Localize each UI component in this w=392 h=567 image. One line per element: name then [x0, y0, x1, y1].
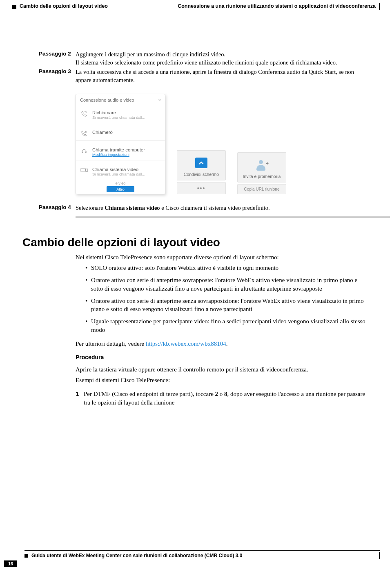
header-marker	[12, 5, 16, 9]
page-footer: Guida utente di WebEx Meeting Center con…	[0, 550, 392, 567]
dialog-figure: Connessione audio e video × Richiamare S…	[76, 94, 370, 194]
section-rule	[76, 216, 390, 218]
step-2-label: Passaggio 2	[39, 51, 76, 67]
phone-out-icon	[80, 130, 88, 137]
step-4-row: Passaggio 4 Selezionare Chiama sistema v…	[39, 204, 370, 212]
section-body: Nei sistemi Cisco TelePresence sono supp…	[76, 253, 370, 407]
footer-rule	[24, 550, 380, 551]
step-2-line1: Aggiungere i dettagli per un massimo di …	[76, 51, 225, 58]
proc-1-b1: 2	[215, 391, 218, 397]
option-call-video-system-title: Chiama sistema video	[92, 167, 145, 172]
footer-title: Guida utente di WebEx Meeting Center con…	[31, 553, 376, 558]
option-call-video-system[interactable]: Chiama sistema video Si riceverà una chi…	[76, 163, 165, 181]
procedure-heading: Procedura	[76, 354, 370, 361]
steps-block-2: Passaggio 4 Selezionare Chiama sistema v…	[39, 204, 370, 212]
copy-url-label: Copia URL riunione	[244, 187, 280, 191]
step-3-row: Passaggio 3 La volta successiva che si a…	[39, 68, 370, 84]
bullet-1-text: SOLO oratore attivo: solo l'oratore WebE…	[91, 264, 278, 272]
more-pre: Per ulteriori dettagli, vedere	[76, 340, 146, 347]
bullet-4: •Uguale rappresentazione per partecipant…	[85, 317, 370, 334]
section-intro: Nei sistemi Cisco TelePresence sono supp…	[76, 253, 370, 261]
section-more: Per ulteriori dettagli, vedere https://k…	[76, 340, 370, 348]
bullet-list: •SOLO oratore attivo: solo l'oratore Web…	[85, 264, 370, 334]
video-system-icon	[80, 167, 88, 174]
procedure-intro1: Aprire la tastiera virtuale oppure otten…	[76, 365, 370, 374]
header-right-text: Connessione a una riunione utilizzando s…	[178, 3, 376, 9]
more-link[interactable]: https://kb.webex.com/wbx88104	[146, 340, 226, 347]
person-plus-icon: +	[256, 159, 268, 171]
bullet-2: •Oratore attivo con serie di anteprime s…	[85, 276, 370, 293]
dialog-title: Connessione audio e video	[80, 98, 134, 102]
proc-1-num: 1	[76, 390, 84, 407]
bullet-1: •SOLO oratore attivo: solo l'oratore Web…	[85, 264, 370, 272]
proc-1-mid: o	[218, 391, 224, 397]
close-icon[interactable]: ×	[158, 98, 161, 102]
proc-1-pre: Per DTMF (Cisco ed endpoint di terze par…	[84, 391, 215, 397]
page-content: Passaggio 2 Aggiungere i dettagli per un…	[0, 10, 392, 407]
invite-tile[interactable]: + Invita e promemoria	[237, 152, 286, 182]
svg-rect-0	[81, 168, 85, 172]
option-callback[interactable]: Richiamare Si riceverà una chiamata dall…	[76, 106, 165, 120]
option-call-video-system-sub: Si riceverà una chiamata dall...	[92, 172, 145, 176]
ellipsis-icon: •••	[197, 185, 206, 191]
footer-marker	[24, 554, 28, 558]
step-2-text: Aggiungere i dettagli per un massimo di …	[76, 51, 370, 67]
dialog-other-button[interactable]: Altro	[107, 186, 134, 192]
phone-in-icon	[80, 110, 88, 118]
step-4-text: Selezionare Chiama sistema video e Cisco…	[76, 204, 370, 212]
header-left-text: Cambio delle opzioni di layout video	[20, 3, 108, 9]
bullet-2-text: Oratore attivo con serie di anteprime so…	[91, 276, 370, 293]
footer-vrule	[379, 552, 380, 559]
steps-block: Passaggio 2 Aggiungere i dettagli per un…	[39, 51, 370, 84]
share-tile-column: Condividi schermo •••	[177, 150, 226, 194]
invite-label: Invita e promemoria	[239, 174, 284, 179]
share-screen-label: Condividi schermo	[179, 172, 224, 177]
dialog-footer: e v eo Altro	[76, 181, 165, 194]
option-i-will-call[interactable]: Chiamerò	[76, 126, 165, 138]
option-callback-title: Richiamare	[92, 110, 145, 115]
option-call-computer[interactable]: Chiama tramite computer Modifica imposta…	[76, 143, 165, 158]
dialog-header: Connessione audio e video ×	[76, 94, 165, 106]
step-4-post: e Cisco chiamerà il sistema video predef…	[160, 205, 270, 211]
share-screen-tile[interactable]: Condividi schermo	[177, 150, 226, 180]
step-4-pre: Selezionare	[76, 205, 105, 211]
copy-url-tile[interactable]: Copia URL riunione	[237, 184, 286, 194]
section-title: Cambio delle opzioni di layout video	[22, 236, 370, 249]
header-right: Connessione a una riunione utilizzando s…	[178, 3, 380, 10]
dialog-foot-tiny: e v eo	[76, 181, 165, 185]
header-rule	[379, 3, 380, 10]
audio-video-dialog: Connessione audio e video × Richiamare S…	[76, 94, 165, 194]
step-4-label: Passaggio 4	[39, 204, 76, 212]
headset-icon	[80, 147, 88, 155]
step-2-row: Passaggio 2 Aggiungere i dettagli per un…	[39, 51, 370, 67]
chevron-up-icon	[195, 158, 207, 168]
procedure-step-1: 1 Per DTMF (Cisco ed endpoint di terze p…	[76, 390, 370, 407]
proc-1-b2: 8	[224, 391, 227, 397]
step-3-text: La volta successiva che si accede a una …	[76, 68, 370, 84]
invite-tile-column: + Invita e promemoria Copia URL riunione	[237, 152, 286, 194]
option-callback-sub: Si riceverà una chiamata dall...	[92, 115, 145, 120]
page-header: Cambio delle opzioni di layout video Con…	[0, 0, 392, 10]
bullet-4-text: Uguale rappresentazione per partecipante…	[91, 317, 370, 334]
bullet-3: •Oratore attivo con serie di anteprime s…	[85, 297, 370, 314]
header-left: Cambio delle opzioni di layout video	[12, 3, 108, 10]
step-4-emph: Chiama sistema video	[105, 205, 160, 211]
option-call-computer-link[interactable]: Modifica impostazioni	[92, 152, 145, 157]
option-i-will-call-title: Chiamerò	[92, 130, 113, 135]
procedure-intro2: Esempi di sistemi Cisco TelePresence:	[76, 376, 370, 384]
bullet-3-text: Oratore attivo con serie di anteprime se…	[91, 297, 370, 314]
step-3-label: Passaggio 3	[39, 68, 76, 84]
option-call-computer-title: Chiama tramite computer	[92, 147, 145, 152]
share-more-tile[interactable]: •••	[177, 182, 226, 194]
page-number: 16	[4, 560, 17, 567]
step-2-line2: Il sistema video selezionato come predef…	[76, 59, 337, 66]
proc-1-text: Per DTMF (Cisco ed endpoint di terze par…	[84, 390, 370, 407]
more-post: .	[226, 340, 228, 347]
